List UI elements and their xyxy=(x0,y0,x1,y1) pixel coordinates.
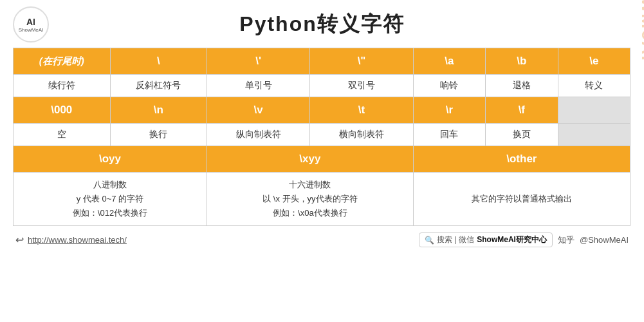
table-cell: 回车 xyxy=(413,124,485,146)
table-cell: 其它的字符以普通格式输出 xyxy=(413,173,630,226)
table-cell: (在行尾时) xyxy=(14,48,111,75)
table-cell: \f xyxy=(486,97,558,124)
table-cell: 双引号 xyxy=(310,75,413,97)
search-label: 搜索 | 微信 xyxy=(437,234,474,245)
table-wrapper: (在行尾时) \ \' \" \a \b \e 续行符 反斜杠符号 单引号 双引… xyxy=(13,48,630,226)
table-cell: 反斜杠符号 xyxy=(110,75,207,97)
logo-sub-text: ShowMeAI xyxy=(19,27,44,33)
table-cell: 单引号 xyxy=(207,75,310,97)
table-row: 空 换行 纵向制表符 横向制表符 回车 换页 xyxy=(14,124,630,146)
escape-table: (在行尾时) \ \' \" \a \b \e 续行符 反斜杠符号 单引号 双引… xyxy=(13,48,630,226)
table-cell: 换行 xyxy=(110,124,207,146)
search-icon: 🔍 xyxy=(425,236,434,245)
table-cell: 换页 xyxy=(486,124,558,146)
table-cell: \000 xyxy=(14,97,111,124)
table-cell: \oyy xyxy=(14,146,207,173)
table-row: 续行符 反斜杠符号 单引号 双引号 响铃 退格 转义 xyxy=(14,75,630,97)
table-cell: \" xyxy=(310,48,413,75)
footer: ↩ http://www.showmeai.tech/ 🔍 搜索 | 微信 Sh… xyxy=(13,232,631,247)
table-row: (在行尾时) \ \' \" \a \b \e xyxy=(14,48,630,75)
table-cell: 响铃 xyxy=(413,75,485,97)
table-cell: 横向制表符 xyxy=(310,124,413,146)
table-cell: \v xyxy=(207,97,310,124)
brand-label: ShowMeAI研究中心 xyxy=(477,234,547,245)
main-container: AI ShowMeAI Python转义字符 ShowMeAI (在行尾时) \… xyxy=(0,0,644,322)
table-cell: 十六进制数 以 \x 开头，yy代表的字符 例如：\x0a代表换行 xyxy=(207,173,414,226)
page-title: Python转义字符 xyxy=(13,10,631,39)
watermark: ShowMeAI xyxy=(638,0,644,62)
table-cell: \other xyxy=(413,146,630,173)
header: AI ShowMeAI Python转义字符 xyxy=(13,10,631,39)
table-cell: \n xyxy=(110,97,207,124)
table-cell xyxy=(558,97,630,124)
search-box[interactable]: 🔍 搜索 | 微信 ShowMeAI研究中心 xyxy=(419,232,552,247)
table-cell xyxy=(558,124,630,146)
table-cell: \ xyxy=(110,48,207,75)
zhihu-label: 知乎 xyxy=(558,234,575,246)
zhihu-at: @ShowMeAI xyxy=(580,235,629,245)
table-cell: \r xyxy=(413,97,485,124)
table-cell: \a xyxy=(413,48,485,75)
table-row: 八进制数 y 代表 0~7 的字符 例如：\012代表换行 十六进制数 以 \x… xyxy=(14,173,630,226)
footer-url[interactable]: http://www.showmeai.tech/ xyxy=(28,235,127,245)
table-cell: 退格 xyxy=(486,75,558,97)
footer-right: 🔍 搜索 | 微信 ShowMeAI研究中心 知乎 @ShowMeAI xyxy=(419,232,629,247)
footer-left: ↩ http://www.showmeai.tech/ xyxy=(15,234,127,246)
link-icon: ↩ xyxy=(15,234,24,246)
table-cell: 续行符 xyxy=(14,75,111,97)
table-cell: \t xyxy=(310,97,413,124)
table-cell: 纵向制表符 xyxy=(207,124,310,146)
table-row: \000 \n \v \t \r \f xyxy=(14,97,630,124)
table-cell: \' xyxy=(207,48,310,75)
table-cell: \b xyxy=(486,48,558,75)
logo: AI ShowMeAI xyxy=(13,6,49,43)
logo-ai-text: AI xyxy=(26,17,35,27)
table-cell: 转义 xyxy=(558,75,630,97)
table-cell: \xyy xyxy=(207,146,414,173)
table-cell: 八进制数 y 代表 0~7 的字符 例如：\012代表换行 xyxy=(14,173,207,226)
table-cell: 空 xyxy=(14,124,111,146)
table-cell: \e xyxy=(558,48,630,75)
table-row: \oyy \xyy \other xyxy=(14,146,630,173)
